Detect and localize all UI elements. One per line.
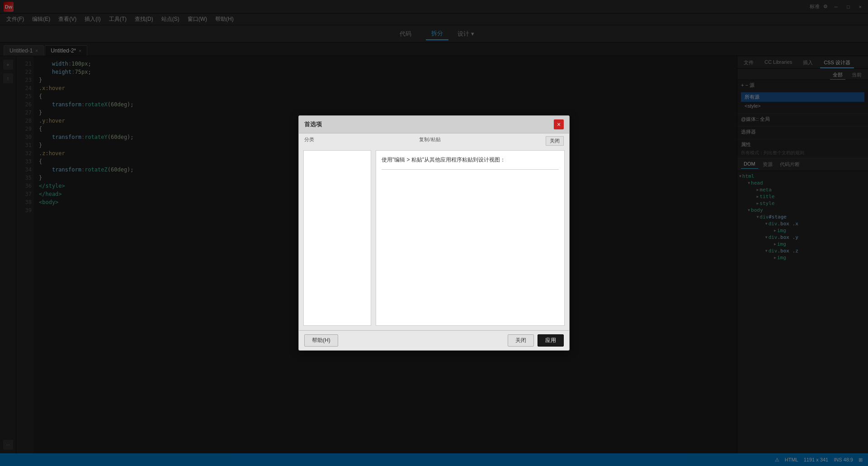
modal-footer: 帮助(H) 关闭 应用 [299,330,569,350]
divider [382,169,559,170]
modal-header: 首选项 × [299,116,569,133]
content-label: 复制/粘贴 [419,136,440,146]
modal-title: 首选项 [304,120,322,128]
modal-content-area: 使用"编辑 > 粘贴"从其他应用程序粘贴到设计视图： [376,150,565,326]
category-label: 分类 [304,136,314,146]
help-button[interactable]: 帮助(H) [304,334,338,347]
modal-cancel-button[interactable]: 关闭 [508,334,534,347]
close-label-button[interactable]: 关闭 [546,136,564,146]
preferences-dialog: 首选项 × 分类 复制/粘贴 关闭 使用"编辑 > 粘贴"从其他应用程序粘贴到设… [298,115,570,351]
modal-category-list [303,150,371,326]
modal-body: 使用"编辑 > 粘贴"从其他应用程序粘贴到设计视图： [299,146,569,330]
modal-overlay: 首选项 × 分类 复制/粘贴 关闭 使用"编辑 > 粘贴"从其他应用程序粘贴到设… [0,0,868,466]
modal-apply-button[interactable]: 应用 [538,334,564,347]
modal-section-title: 使用"编辑 > 粘贴"从其他应用程序粘贴到设计视图： [382,156,559,164]
modal-close-x-button[interactable]: × [554,119,564,129]
